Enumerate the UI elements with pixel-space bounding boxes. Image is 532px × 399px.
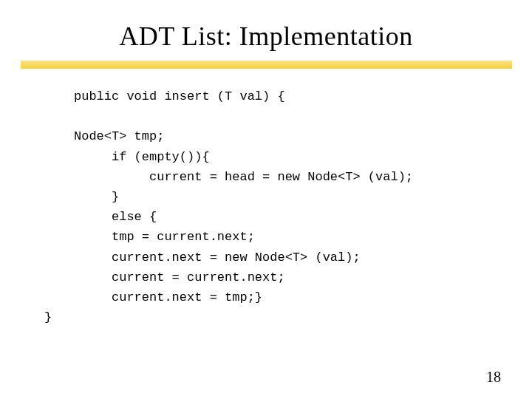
code-line: current = current.next; <box>74 270 285 284</box>
slide-number: 18 <box>486 369 501 386</box>
title-underline-wrap <box>0 61 532 69</box>
title-underline <box>21 61 512 69</box>
code-line: if (empty()){ <box>74 150 210 164</box>
code-line: public void insert (T val) { <box>74 89 285 103</box>
code-line: current.next = tmp;} <box>74 290 262 304</box>
code-line: current.next = new Node<T> (val); <box>74 250 361 265</box>
code-line: } <box>44 307 52 327</box>
code-line: } <box>74 190 119 204</box>
code-line: tmp = current.next; <box>74 230 255 244</box>
code-line: Node<T> tmp; <box>74 129 164 143</box>
slide-title: ADT List: Implementation <box>0 21 532 52</box>
code-line: else { <box>74 210 157 224</box>
code-line: current = head = new Node<T> (val); <box>74 170 413 184</box>
code-block: public void insert (T val) { Node<T> tmp… <box>74 86 532 327</box>
